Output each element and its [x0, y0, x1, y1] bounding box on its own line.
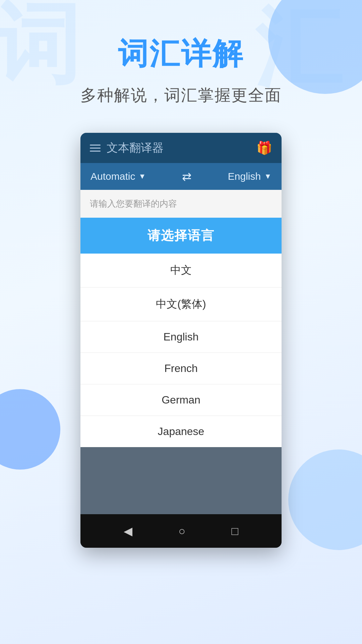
dialog-list: 中文中文(繁体)EnglishFrenchGermanJapanese	[80, 254, 282, 447]
source-lang-label: Automatic	[90, 171, 135, 182]
target-lang-label: English	[228, 171, 261, 182]
target-lang-dropdown-icon: ▼	[264, 172, 272, 181]
lang-selector-bar: Automatic ▼ ⇄ English ▼	[80, 163, 282, 190]
hamburger-menu-icon[interactable]	[90, 145, 101, 152]
main-title: 词汇详解	[118, 34, 244, 74]
gift-icon[interactable]: 🎁	[256, 141, 272, 155]
subtitle: 多种解说，词汇掌握更全面	[80, 85, 282, 106]
dialog-item-ja[interactable]: Japanese	[80, 416, 282, 447]
nav-home-button[interactable]: ○	[172, 522, 192, 540]
nav-back-button[interactable]: ◀	[117, 522, 139, 540]
app-topbar: 文本翻译器 🎁	[80, 133, 282, 163]
topbar-left: 文本翻译器	[90, 140, 164, 156]
page-content: 词汇详解 多种解说，词汇掌握更全面 文本翻译器 🎁 Automatic ▼ ⇄	[0, 0, 362, 548]
bottom-nav: ◀ ○ □	[80, 514, 282, 548]
app-title: 文本翻译器	[107, 140, 164, 156]
language-dialog: 请选择语言 中文中文(繁体)EnglishFrenchGermanJapanes…	[80, 218, 282, 447]
source-lang-dropdown-icon: ▼	[138, 172, 146, 181]
dialog-header: 请选择语言	[80, 218, 282, 254]
dialog-item-en[interactable]: English	[80, 321, 282, 353]
dialog-item-zh[interactable]: 中文	[80, 254, 282, 287]
dialog-item-fr[interactable]: French	[80, 353, 282, 384]
dialog-item-de[interactable]: German	[80, 384, 282, 416]
nav-recent-button[interactable]: □	[225, 522, 245, 540]
target-lang-selector[interactable]: English ▼	[228, 171, 272, 182]
dialog-item-zh-tw[interactable]: 中文(繁体)	[80, 287, 282, 321]
app-mockup: 文本翻译器 🎁 Automatic ▼ ⇄ English ▼ 请输入您要翻译的…	[80, 133, 282, 548]
dialog-title: 请选择语言	[147, 228, 215, 243]
swap-languages-icon[interactable]: ⇄	[182, 170, 191, 183]
input-area[interactable]: 请输入您要翻译的内容	[80, 190, 282, 218]
input-placeholder: 请输入您要翻译的内容	[90, 199, 177, 209]
source-lang-selector[interactable]: Automatic ▼	[90, 171, 146, 182]
gray-area	[80, 447, 282, 514]
